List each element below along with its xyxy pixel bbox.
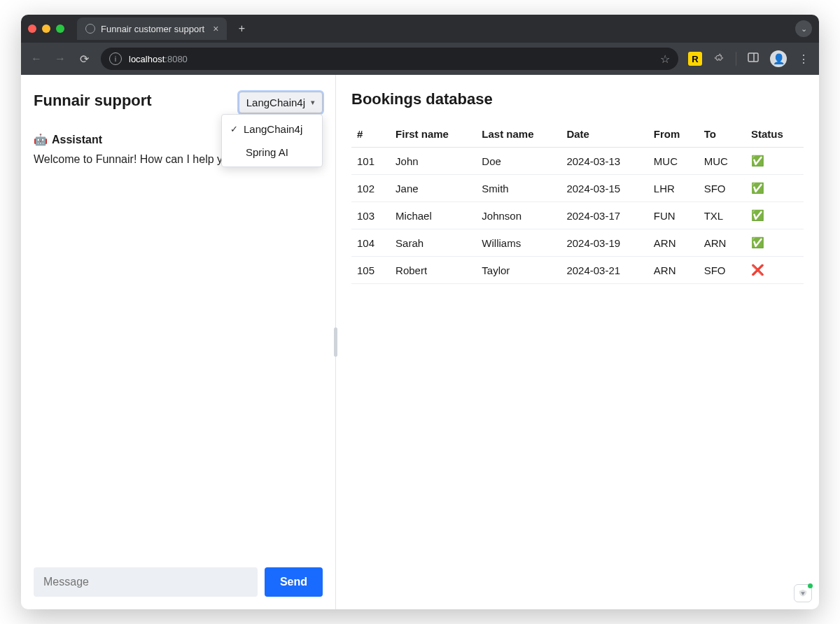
browser-window: Funnair customer support × + ⌄ ← → ⟳ i l… <box>21 15 819 609</box>
cell-id: 105 <box>351 257 390 284</box>
cell-last: Smith <box>476 175 561 202</box>
model-option-langchain4j[interactable]: ✓ LangChain4j <box>222 118 322 141</box>
maximize-window-button[interactable] <box>56 24 64 33</box>
forward-button[interactable]: → <box>53 52 67 65</box>
cell-id: 102 <box>351 175 390 202</box>
cell-from: ARN <box>648 229 699 257</box>
extensions-icon[interactable] <box>712 52 726 66</box>
cell-status: ✅ <box>746 229 804 257</box>
window-controls <box>28 24 71 33</box>
cell-from: FUN <box>648 202 699 229</box>
tab-title: Funnair customer support <box>101 24 204 34</box>
cell-status: ✅ <box>746 202 804 229</box>
cell-status: ✅ <box>746 148 804 175</box>
bookings-table: # First name Last name Date From To Stat… <box>351 121 804 284</box>
col-first-name: First name <box>390 121 476 148</box>
tabs-menu-button[interactable]: ⌄ <box>795 20 812 37</box>
col-date: Date <box>561 121 648 148</box>
cell-first: Robert <box>390 257 476 284</box>
url-host: localhost <box>129 54 164 64</box>
side-panel-icon[interactable] <box>746 52 760 66</box>
bookings-panel: Bookings database # First name Last name… <box>336 75 819 609</box>
model-select-value: LangChain4j <box>246 97 305 108</box>
cell-to: SFO <box>699 175 746 202</box>
cell-date: 2024-03-13 <box>561 148 648 175</box>
cell-from: ARN <box>648 257 699 284</box>
cell-from: MUC <box>648 148 699 175</box>
url-port: :8080 <box>164 54 188 64</box>
tab-close-icon[interactable]: × <box>213 23 218 34</box>
minimize-window-button[interactable] <box>42 24 50 33</box>
model-select[interactable]: LangChain4j ▾ <box>239 92 323 113</box>
nav-bar: ← → ⟳ i localhost:8080 ☆ R 👤 ⋮ <box>21 43 819 75</box>
chat-panel: Funnair support LangChain4j ▾ ✓ LangChai… <box>21 75 336 609</box>
robot-icon: 🤖 <box>34 133 48 146</box>
profile-avatar[interactable]: 👤 <box>770 50 787 67</box>
cell-first: Sarah <box>390 229 476 257</box>
cell-first: Michael <box>390 202 476 229</box>
assistant-label-text: Assistant <box>52 134 102 146</box>
model-option-spring-ai[interactable]: Spring AI <box>222 141 322 164</box>
cell-id: 103 <box>351 202 390 229</box>
page-title: Funnair support <box>34 92 152 110</box>
cell-last: Doe <box>476 148 561 175</box>
cell-first: John <box>390 148 476 175</box>
cell-date: 2024-03-15 <box>561 175 648 202</box>
reload-button[interactable]: ⟳ <box>77 52 91 66</box>
cell-to: MUC <box>699 148 746 175</box>
cell-last: Johnson <box>476 202 561 229</box>
page-content: Funnair support LangChain4j ▾ ✓ LangChai… <box>21 75 819 609</box>
cell-date: 2024-03-17 <box>561 202 648 229</box>
table-row[interactable]: 104SarahWilliams2024-03-19ARNARN✅ <box>351 229 804 257</box>
cell-date: 2024-03-21 <box>561 257 648 284</box>
send-button[interactable]: Send <box>265 567 323 597</box>
back-button[interactable]: ← <box>29 52 43 65</box>
separator <box>736 52 736 66</box>
cell-to: ARN <box>699 229 746 257</box>
panel-resize-handle[interactable] <box>334 327 337 357</box>
table-row[interactable]: 101JohnDoe2024-03-13MUCMUC✅ <box>351 148 804 175</box>
model-dropdown: ✓ LangChain4j Spring AI <box>221 114 323 167</box>
col-id: # <box>351 121 390 148</box>
browser-tab[interactable]: Funnair customer support × <box>77 17 227 40</box>
model-option-label: LangChain4j <box>244 123 302 135</box>
cell-to: TXL <box>699 202 746 229</box>
svg-rect-0 <box>748 53 758 62</box>
tab-bar: Funnair customer support × + ⌄ <box>21 15 819 43</box>
cell-from: LHR <box>648 175 699 202</box>
kebab-menu-icon[interactable]: ⋮ <box>797 52 811 66</box>
cell-status: ✅ <box>746 175 804 202</box>
browser-chrome: Funnair customer support × + ⌄ ← → ⟳ i l… <box>21 15 819 75</box>
vaadin-dev-badge[interactable] <box>794 584 812 602</box>
message-composer: Send <box>34 567 323 597</box>
cell-date: 2024-03-19 <box>561 229 648 257</box>
check-icon: ✓ <box>230 124 238 134</box>
globe-icon <box>85 24 95 34</box>
cell-last: Williams <box>476 229 561 257</box>
cell-last: Taylor <box>476 257 561 284</box>
cell-first: Jane <box>390 175 476 202</box>
chevron-down-icon: ▾ <box>311 98 315 107</box>
new-tab-button[interactable]: + <box>232 20 251 38</box>
table-row[interactable]: 105RobertTaylor2024-03-21ARNSFO❌ <box>351 257 804 284</box>
bookmark-icon[interactable]: ☆ <box>660 52 670 66</box>
cell-status: ❌ <box>746 257 804 284</box>
cell-id: 101 <box>351 148 390 175</box>
bookings-title: Bookings database <box>351 90 804 108</box>
col-last-name: Last name <box>476 121 561 148</box>
col-status: Status <box>746 121 804 148</box>
table-header-row: # First name Last name Date From To Stat… <box>351 121 804 148</box>
cell-id: 104 <box>351 229 390 257</box>
table-row[interactable]: 102JaneSmith2024-03-15LHRSFO✅ <box>351 175 804 202</box>
address-bar[interactable]: i localhost:8080 ☆ <box>101 48 678 70</box>
col-to: To <box>699 121 746 148</box>
cell-to: SFO <box>699 257 746 284</box>
extension-r-icon[interactable]: R <box>688 52 702 66</box>
site-info-icon[interactable]: i <box>109 52 122 65</box>
close-window-button[interactable] <box>28 24 36 33</box>
col-from: From <box>648 121 699 148</box>
model-option-label: Spring AI <box>246 146 288 158</box>
message-input[interactable] <box>34 567 258 597</box>
table-row[interactable]: 103MichaelJohnson2024-03-17FUNTXL✅ <box>351 202 804 229</box>
